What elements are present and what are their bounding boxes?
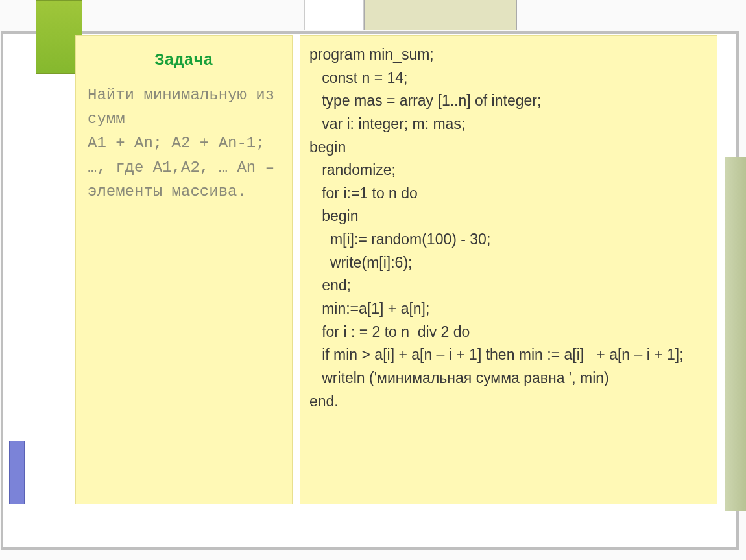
decor-top-olive: [364, 0, 517, 30]
code-line-10: end;: [309, 277, 351, 294]
code-line-6: for i:=1 to n do: [309, 185, 418, 202]
code-line-12: for i : = 2 to n div 2 do: [309, 323, 470, 340]
code-line-8: m[i]:= random(100) - 30;: [309, 231, 490, 248]
code-line-4: begin: [309, 139, 346, 156]
code-line-13: if min > a[i] + a[n – i + 1] then min :=…: [309, 346, 684, 363]
task-line-2: A1 + An; A2 + An-1;: [88, 134, 265, 152]
decor-right-sage: [725, 158, 746, 511]
task-line-1: Найти минимальную из сумм: [88, 86, 274, 128]
code-line-15: end.: [309, 393, 339, 410]
code-line-0: program min_sum;: [309, 46, 434, 63]
task-body: Найти минимальную из сумм A1 + An; A2 + …: [88, 83, 280, 204]
code-panel: program min_sum; const n = 14; type mas …: [300, 35, 717, 504]
code-line-3: var i: integer; m: mas;: [309, 115, 465, 132]
code-line-9: write(m[i]:6);: [309, 254, 412, 271]
decor-left-lavender: [9, 441, 25, 504]
task-title: Задача: [88, 51, 280, 70]
code-line-14: writeln ('минимальная сумма равна ', min…: [309, 369, 609, 386]
decor-top-white: [304, 0, 364, 30]
code-line-11: min:=a[1] + a[n];: [309, 300, 429, 317]
task-panel: Задача Найти минимальную из сумм A1 + An…: [75, 35, 293, 504]
code-line-2: type mas = array [1..n] of integer;: [309, 92, 541, 109]
code-line-5: randomize;: [309, 161, 396, 178]
code-line-1: const n = 14;: [309, 69, 408, 86]
code-body: program min_sum; const n = 14; type mas …: [309, 43, 708, 413]
code-line-7: begin: [309, 207, 358, 224]
task-line-3: …, где A1,A2, … An – элементы массива.: [88, 159, 274, 200]
